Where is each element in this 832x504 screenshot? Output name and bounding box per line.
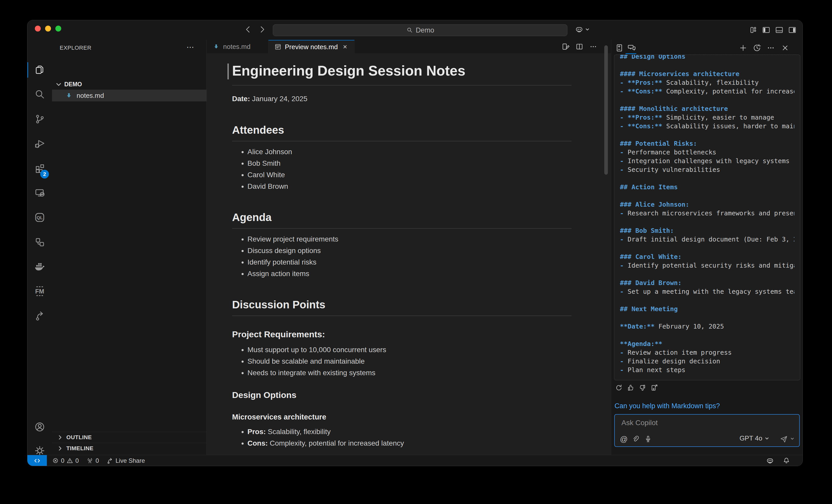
model-picker[interactable]: GPT 4o xyxy=(739,434,770,442)
chat-response-line xyxy=(620,131,794,139)
sidebar-item-explorer[interactable] xyxy=(27,61,52,79)
search-icon xyxy=(34,89,45,100)
more-actions-icon[interactable]: ⋯ xyxy=(186,43,194,51)
mention-icon[interactable]: @ xyxy=(620,435,628,443)
chat-editor-icon[interactable] xyxy=(615,43,624,53)
preview-list-item: Discuss design options xyxy=(248,247,571,255)
chat-response-line xyxy=(620,244,794,253)
insert-into-file-icon[interactable] xyxy=(650,383,658,392)
file-item-notes-md[interactable]: notes.md xyxy=(52,90,206,101)
chat-response-code-block[interactable]: ## Design Options #### Microservices arc… xyxy=(614,55,800,380)
back-icon[interactable] xyxy=(243,25,253,34)
maximize-window-button[interactable] xyxy=(55,26,61,31)
live-share-icon xyxy=(106,457,113,464)
sidebar-item-containers[interactable] xyxy=(27,233,52,251)
search-icon xyxy=(406,27,413,34)
folder-section-demo[interactable]: DEMO xyxy=(52,79,206,90)
thumbs-down-icon[interactable] xyxy=(638,383,647,392)
preview-list-item: Identify potential risks xyxy=(248,258,571,266)
more-actions-icon[interactable] xyxy=(589,42,598,51)
docker-icon xyxy=(33,261,46,273)
send-options-chevron-icon[interactable] xyxy=(790,436,795,441)
preview-document: Engineering Design Session NotesDate: Ja… xyxy=(232,62,571,447)
toggle-secondary-sidebar-icon[interactable] xyxy=(788,25,797,34)
explorer-icon xyxy=(34,64,45,76)
source-control-icon xyxy=(34,113,45,125)
chat-input-box[interactable]: Ask Copilot @ GPT 4o xyxy=(614,414,800,447)
forward-icon[interactable] xyxy=(257,25,267,34)
more-actions-icon[interactable] xyxy=(766,43,775,53)
notifications-button[interactable] xyxy=(783,455,790,466)
chat-response-line xyxy=(620,191,794,200)
minimize-window-button[interactable] xyxy=(45,26,51,31)
close-tab-icon[interactable]: × xyxy=(343,43,347,51)
preview-list-item: Review project requirements xyxy=(248,235,571,243)
sidebar-item-search[interactable] xyxy=(27,85,52,104)
mic-icon[interactable] xyxy=(644,435,652,443)
preview-list-item: Needs to integrate with existing systems xyxy=(248,369,571,377)
remote-explorer-icon xyxy=(34,187,45,198)
toggle-primary-sidebar-icon[interactable] xyxy=(761,25,771,34)
close-window-button[interactable] xyxy=(35,26,41,31)
chat-response-line: #### Monolithic architecture xyxy=(620,105,794,113)
chat-response-line: ### Bob Smith: xyxy=(620,227,794,235)
model-label: GPT 4o xyxy=(739,434,762,442)
errors-count: 0 xyxy=(61,457,64,464)
remote-icon xyxy=(33,457,41,465)
sidebar-item-front-matter[interactable]: FM xyxy=(27,282,52,300)
customize-layout-icon[interactable] xyxy=(749,25,758,34)
preview-list: Review project requirementsDiscuss desig… xyxy=(232,235,571,277)
live-share-status[interactable]: Live Share xyxy=(106,455,145,466)
editor-group: notes.md Preview notes.md × Engineering … xyxy=(207,40,611,455)
sidebar-item-remote-explorer[interactable] xyxy=(27,184,52,202)
attach-icon[interactable] xyxy=(632,435,640,443)
chat-response-line xyxy=(620,96,794,105)
ports-status[interactable]: 0 xyxy=(86,455,99,466)
preview-list-item: Alice Johnson xyxy=(248,148,571,156)
chat-view-icon[interactable] xyxy=(627,43,636,53)
close-icon[interactable] xyxy=(781,43,790,53)
timeline-section[interactable]: TIMELINE xyxy=(52,443,206,454)
history-icon[interactable] xyxy=(752,43,761,53)
preview-list: Must support up to 10,000 concurrent use… xyxy=(232,346,571,377)
sidebar-item-live-share[interactable] xyxy=(27,307,52,325)
chat-response-line xyxy=(620,218,794,227)
activity-bar: 2 QL FM xyxy=(27,40,52,455)
sidebar-item-source-control[interactable] xyxy=(27,110,52,128)
chat-input-placeholder: Ask Copilot xyxy=(621,419,658,427)
show-source-icon[interactable] xyxy=(561,42,570,51)
thumbs-up-icon[interactable] xyxy=(627,383,635,392)
editor-scrollbar[interactable] xyxy=(604,45,608,175)
problems-status[interactable]: 0 0 xyxy=(52,455,79,466)
tab-notes-md[interactable]: notes.md xyxy=(207,40,268,53)
preview-list-item: Assign action items xyxy=(248,270,571,277)
preview-list-item: Pros: Scalability, flexibility xyxy=(248,428,571,435)
followup-suggestion-link[interactable]: Can you help with Markdown tips? xyxy=(615,402,720,410)
chat-response-line: **Agenda:** xyxy=(620,340,794,348)
copilot-menu-button[interactable] xyxy=(575,25,590,34)
markdown-preview[interactable]: Engineering Design Session NotesDate: Ja… xyxy=(207,53,611,455)
chat-response-line: - **Cons:** Scalability issues, harder t… xyxy=(620,122,794,131)
chat-response-line: ### Carol White: xyxy=(620,253,794,261)
remote-indicator[interactable] xyxy=(27,455,47,466)
account-button[interactable] xyxy=(27,418,52,436)
sidebar-item-docker[interactable] xyxy=(27,257,52,276)
markdown-file-icon xyxy=(65,91,73,100)
chevron-right-icon xyxy=(57,434,63,440)
sidebar-item-run-debug[interactable] xyxy=(27,134,52,153)
toggle-panel-icon[interactable] xyxy=(775,25,784,34)
split-editor-icon[interactable] xyxy=(575,42,584,51)
tab-preview-notes-md[interactable]: Preview notes.md × xyxy=(268,40,355,53)
sidebar-item-codeql[interactable]: QL xyxy=(27,208,52,227)
regenerate-icon[interactable] xyxy=(615,383,623,392)
chat-response-line: ### Alice Johnson: xyxy=(620,200,794,209)
send-button[interactable] xyxy=(779,434,788,443)
preview-icon xyxy=(274,43,282,51)
svg-text:QL: QL xyxy=(36,215,43,220)
new-chat-icon[interactable] xyxy=(738,43,748,53)
outline-section[interactable]: OUTLINE xyxy=(52,432,206,443)
preview-list-item: Carol White xyxy=(248,171,571,179)
copilot-status[interactable] xyxy=(766,455,774,466)
command-center-search[interactable]: Demo xyxy=(273,24,567,36)
sidebar-item-extensions[interactable]: 2 xyxy=(27,159,52,178)
